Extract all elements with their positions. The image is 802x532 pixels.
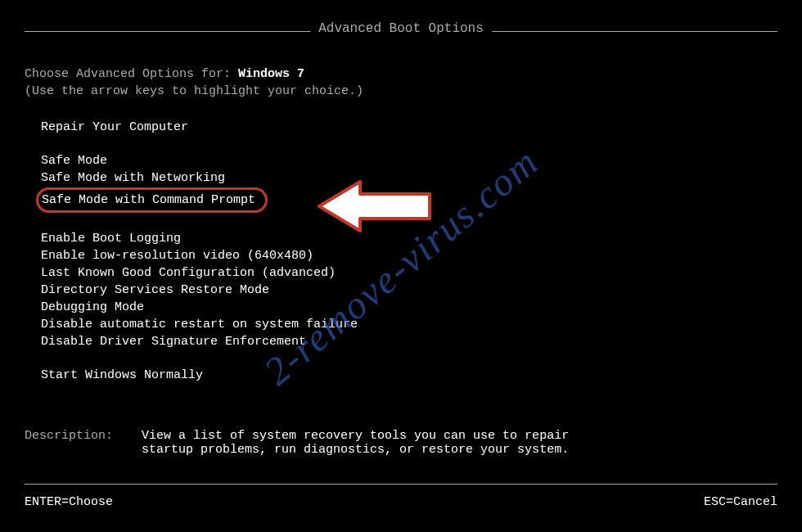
menu-item-debugging-mode[interactable]: Debugging Mode bbox=[41, 299, 358, 316]
description-text-line2: startup problems, run diagnostics, or re… bbox=[142, 443, 569, 457]
menu-item-low-res-video[interactable]: Enable low-resolution video (640x480) bbox=[41, 247, 358, 264]
page-title: Advanced Boot Options bbox=[310, 21, 492, 36]
menu-item-safe-mode[interactable]: Safe Mode bbox=[41, 152, 358, 169]
description-text-line1: View a list of system recovery tools you… bbox=[142, 429, 569, 443]
menu-item-last-known-good[interactable]: Last Known Good Configuration (advanced) bbox=[41, 264, 358, 282]
description-label: Description: bbox=[25, 429, 113, 443]
footer-enter-hint: ENTER=Choose bbox=[25, 495, 113, 509]
menu-item-directory-services[interactable]: Directory Services Restore Mode bbox=[41, 282, 358, 299]
menu-item-boot-logging[interactable]: Enable Boot Logging bbox=[41, 230, 358, 247]
menu-item-safe-mode-networking[interactable]: Safe Mode with Networking bbox=[41, 169, 358, 187]
menu-item-start-normally[interactable]: Start Windows Normally bbox=[41, 367, 358, 384]
header-os-name: Windows 7 bbox=[238, 67, 304, 81]
header-instruction: (Use the arrow keys to highlight your ch… bbox=[25, 83, 363, 100]
footer-esc-hint: ESC=Cancel bbox=[704, 495, 777, 509]
menu-item-disable-auto-restart[interactable]: Disable automatic restart on system fail… bbox=[41, 316, 358, 333]
menu-item-safe-mode-command-prompt[interactable]: Safe Mode with Command Prompt bbox=[36, 187, 268, 213]
boot-options-menu: Repair Your Computer Safe Mode Safe Mode… bbox=[41, 119, 358, 400]
menu-item-disable-driver-sig[interactable]: Disable Driver Signature Enforcement bbox=[41, 333, 358, 350]
menu-item-repair-computer[interactable]: Repair Your Computer bbox=[41, 119, 358, 136]
header-prefix: Choose Advanced Options for: bbox=[25, 67, 238, 81]
